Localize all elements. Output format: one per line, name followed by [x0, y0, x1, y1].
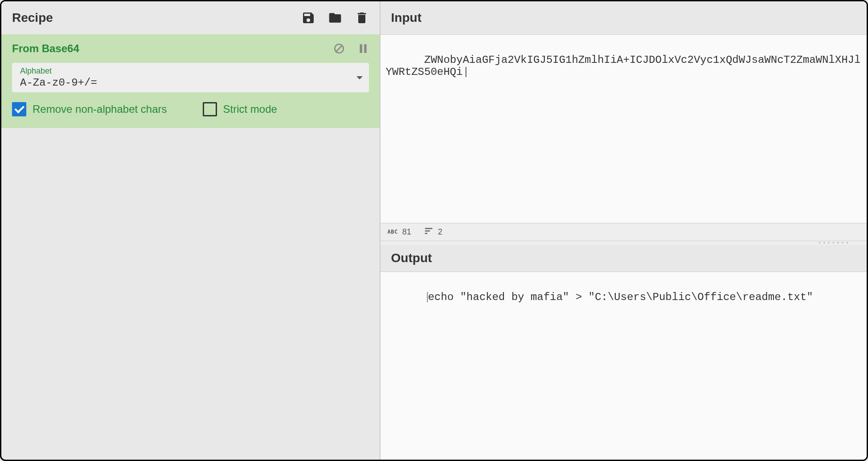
input-text: ZWNobyAiaGFja2VkIGJ5IG1hZmlhIiA+ICJDOlxV… — [386, 54, 861, 78]
input-header: Input — [381, 1, 867, 34]
folder-icon[interactable] — [328, 11, 342, 25]
alphabet-select[interactable]: Alphabet A-Za-z0-9+/= — [12, 63, 369, 92]
char-count: ABC 81 — [388, 227, 411, 237]
alphabet-value: A-Za-z0-9+/= — [20, 77, 356, 89]
recipe-body: From Base64 Alphabet A-Za-z0-9+/= — [1, 34, 380, 460]
abc-icon: ABC — [388, 229, 398, 235]
output-title: Output — [391, 251, 856, 265]
input-title: Input — [391, 11, 422, 25]
output-header: Output — [381, 245, 867, 272]
strict-mode-label: Strict mode — [223, 103, 277, 115]
grip-dots-icon: • • • • • • • — [819, 241, 849, 245]
char-count-value: 81 — [402, 227, 411, 237]
line-count: 2 — [424, 226, 442, 238]
operation-title: From Base64 — [12, 42, 79, 55]
app-root: Recipe From Base64 Alphabet — [1, 1, 867, 460]
checkbox-checked-icon — [12, 102, 26, 116]
svg-rect-2 — [360, 44, 362, 53]
checkbox-unchecked-icon — [203, 102, 217, 116]
operation-actions — [333, 43, 369, 54]
remove-non-alpha-checkbox[interactable]: Remove non-alphabet chars — [12, 102, 167, 116]
recipe-panel: Recipe From Base64 Alphabet — [1, 1, 381, 460]
remove-non-alpha-label: Remove non-alphabet chars — [33, 103, 167, 115]
line-count-value: 2 — [438, 227, 442, 237]
trash-icon[interactable] — [355, 11, 369, 25]
alphabet-select-inner: Alphabet A-Za-z0-9+/= — [20, 66, 356, 89]
panel-resize-grip[interactable]: • • • • • • • — [381, 241, 867, 245]
recipe-toolbar — [301, 11, 369, 25]
alphabet-label: Alphabet — [20, 66, 356, 76]
output-textarea[interactable]: echo "hacked by mafia" > "C:\Users\Publi… — [381, 272, 867, 460]
svg-line-1 — [336, 46, 342, 52]
output-text: echo "hacked by mafia" > "C:\Users\Publi… — [424, 291, 813, 303]
recipe-title: Recipe — [12, 11, 53, 25]
input-status-bar: ABC 81 2 — [381, 223, 867, 241]
svg-rect-3 — [364, 44, 366, 53]
operation-checkboxes: Remove non-alphabet chars Strict mode — [12, 102, 369, 116]
operation-header: From Base64 — [12, 42, 369, 55]
io-panel: Input ZWNobyAiaGFja2VkIGJ5IG1hZmlhIiA+IC… — [381, 1, 867, 460]
disable-icon[interactable] — [333, 43, 345, 54]
strict-mode-checkbox[interactable]: Strict mode — [203, 102, 277, 116]
input-textarea[interactable]: ZWNobyAiaGFja2VkIGJ5IG1hZmlhIiA+ICJDOlxV… — [381, 34, 867, 223]
operation-from-base64[interactable]: From Base64 Alphabet A-Za-z0-9+/= — [1, 34, 380, 128]
recipe-header: Recipe — [1, 1, 380, 34]
pause-icon[interactable] — [357, 43, 369, 54]
chevron-down-icon — [356, 76, 363, 79]
save-icon[interactable] — [301, 11, 315, 25]
lines-icon — [424, 226, 434, 238]
